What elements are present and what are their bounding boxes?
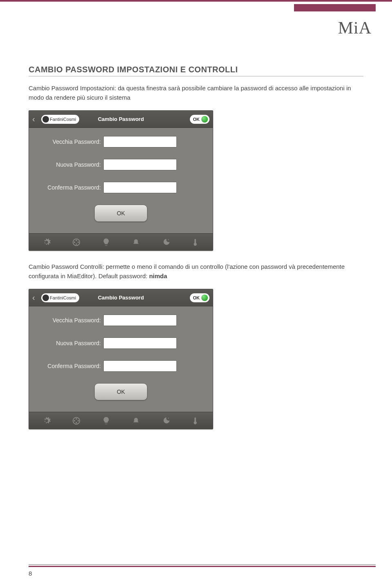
thermometer-icon[interactable] <box>190 415 201 426</box>
input-confirm-password[interactable] <box>103 360 177 372</box>
input-new-password[interactable] <box>103 337 177 349</box>
back-icon[interactable]: ‹ <box>32 116 40 123</box>
accent-box <box>294 4 376 11</box>
ok-status-icon <box>201 116 208 123</box>
app-body: Vecchia Password: Nuova Password: Confer… <box>29 306 213 412</box>
label-old-password: Vecchia Password: <box>34 317 103 324</box>
app-footer <box>29 412 213 429</box>
app-window-2: ‹ FantiniCosmi Cambio Password OK Vecchi… <box>29 289 213 429</box>
paragraph-1: Cambio Password Impostazioni: da questa … <box>29 84 363 102</box>
paragraph-2a: Cambio Password Controlli: permette o me… <box>29 263 345 279</box>
row-confirm-password: Conferma Password: <box>34 182 208 193</box>
gears-icon[interactable] <box>41 415 52 426</box>
svg-point-7 <box>74 420 75 421</box>
moon-star-icon[interactable] <box>160 237 171 248</box>
ok-pill-button[interactable]: OK <box>190 293 210 302</box>
thermometer-icon[interactable] <box>190 237 201 248</box>
label-new-password: Nuova Password: <box>34 161 103 168</box>
ok-pill-label: OK <box>193 117 200 122</box>
bottom-rules <box>29 564 376 567</box>
bottom-rule-accent <box>29 566 376 567</box>
brand-dot-icon <box>42 116 49 123</box>
back-icon[interactable]: ‹ <box>32 294 40 301</box>
brand-dot-icon <box>42 295 49 301</box>
svg-point-1 <box>76 239 77 241</box>
svg-point-9 <box>76 422 77 423</box>
input-new-password[interactable] <box>103 159 177 170</box>
label-old-password: Vecchia Password: <box>34 138 103 145</box>
label-confirm-password: Conferma Password: <box>34 363 103 369</box>
app-footer <box>29 233 213 250</box>
alarm-icon[interactable] <box>131 415 141 426</box>
submit-ok-button[interactable]: OK <box>94 205 147 222</box>
app-window-1: ‹ FantiniCosmi Cambio Password OK Vecchi… <box>29 110 213 251</box>
default-password-value: nimda <box>149 272 167 279</box>
input-old-password[interactable] <box>103 315 177 326</box>
label-confirm-password: Conferma Password: <box>34 184 103 191</box>
section-title: CAMBIO PASSWORD IMPOSTAZIONI E CONTROLLI <box>29 65 363 76</box>
bottom-rule-thin <box>29 564 376 565</box>
svg-point-8 <box>77 420 78 421</box>
brand-label: FantiniCosmi <box>50 295 76 300</box>
page-content: CAMBIO PASSWORD IMPOSTAZIONI E CONTROLLI… <box>0 2 392 429</box>
bulb-icon[interactable] <box>101 415 111 426</box>
ok-pill-label: OK <box>193 295 200 300</box>
brand-logo: MiA <box>338 18 372 38</box>
input-old-password[interactable] <box>103 136 177 147</box>
paragraph-2: Cambio Password Controlli: permette o me… <box>29 262 363 281</box>
reel-icon[interactable] <box>71 415 82 426</box>
gears-icon[interactable] <box>41 237 52 248</box>
row-new-password: Nuova Password: <box>34 337 208 349</box>
app-body: Vecchia Password: Nuova Password: Confer… <box>29 128 213 233</box>
alarm-icon[interactable] <box>131 237 141 248</box>
row-old-password: Vecchia Password: <box>34 315 208 326</box>
svg-point-3 <box>77 241 78 243</box>
moon-star-icon[interactable] <box>160 415 171 426</box>
reel-icon[interactable] <box>71 237 82 248</box>
brand-pill: FantiniCosmi <box>41 293 79 302</box>
label-new-password: Nuova Password: <box>34 340 103 346</box>
row-confirm-password: Conferma Password: <box>34 360 208 372</box>
row-old-password: Vecchia Password: <box>34 136 208 147</box>
row-new-password: Nuova Password: <box>34 159 208 170</box>
page-number: 8 <box>29 570 32 577</box>
submit-ok-button[interactable]: OK <box>94 383 147 400</box>
brand-pill: FantiniCosmi <box>41 115 79 124</box>
brand-label: FantiniCosmi <box>50 117 76 122</box>
app-header: ‹ FantiniCosmi Cambio Password OK <box>29 289 213 306</box>
svg-point-4 <box>76 243 77 244</box>
ok-pill-button[interactable]: OK <box>190 115 210 124</box>
bulb-icon[interactable] <box>101 237 111 248</box>
svg-point-2 <box>74 241 75 243</box>
ok-status-icon <box>201 295 208 301</box>
app-header: ‹ FantiniCosmi Cambio Password OK <box>29 111 213 128</box>
input-confirm-password[interactable] <box>103 182 177 193</box>
svg-point-6 <box>76 418 77 419</box>
